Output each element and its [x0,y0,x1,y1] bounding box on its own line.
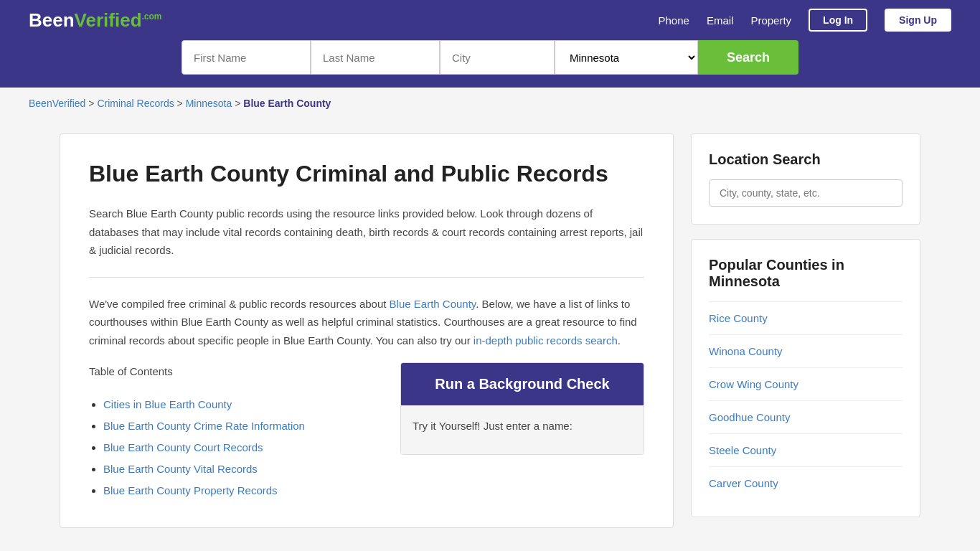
list-item: Blue Earth County Crime Rate Information [103,415,383,437]
breadcrumb-criminal[interactable]: Criminal Records [97,98,174,109]
toc-link-cities[interactable]: Cities in Blue Earth County [103,398,232,410]
popular-counties-card: Popular Counties in Minnesota Rice Count… [691,239,920,517]
county-link-carver[interactable]: Carver County [709,467,903,499]
breadcrumb-sep3: > [232,98,243,109]
location-search-input[interactable] [709,179,903,207]
list-item: Blue Earth County Vital Records [103,458,383,480]
signup-button[interactable]: Sign Up [885,9,951,32]
search-button[interactable]: Search [698,40,798,75]
toc-right: Run a Background Check Try it Yourself! … [400,362,644,455]
divider [89,277,644,278]
para2-end: . [618,334,621,347]
toc-list: Cities in Blue Earth County Blue Earth C… [89,394,383,501]
last-name-input[interactable] [311,40,440,75]
county-link-rice[interactable]: Rice County [709,302,903,335]
site-header: BeenVerified.com Phone Email Property Lo… [0,0,980,40]
page-title: Blue Earth County Criminal and Public Re… [89,160,644,187]
nav-phone[interactable]: Phone [659,14,689,27]
intro-paragraph: Search Blue Earth County public records … [89,204,644,260]
logo: BeenVerified.com [29,9,162,32]
breadcrumb-home[interactable]: BeenVerified [29,98,85,109]
bg-check-body: Try it Yourself! Just enter a name: [401,405,644,454]
bg-check-box: Run a Background Check Try it Yourself! … [400,362,644,455]
para2-start: We've compiled free criminal & public re… [89,298,390,310]
toc-link-crime[interactable]: Blue Earth County Crime Rate Information [103,420,305,432]
logo-been: Been [29,9,75,31]
breadcrumb-sep2: > [174,98,186,109]
list-item: Cities in Blue Earth County [103,394,383,415]
main-container: Blue Earth County Criminal and Public Re… [31,119,949,542]
county-link-crow-wing[interactable]: Crow Wing County [709,368,903,401]
nav-property[interactable]: Property [750,14,791,27]
in-depth-link[interactable]: in-depth public records search [473,334,618,347]
city-input[interactable] [440,40,555,75]
breadcrumb: BeenVerified > Criminal Records > Minnes… [0,88,980,119]
content-card: Blue Earth County Criminal and Public Re… [60,133,674,528]
county-link-winona[interactable]: Winona County [709,335,903,368]
sidebar: Location Search Popular Counties in Minn… [691,133,920,528]
header-nav: Phone Email Property Log In Sign Up [659,9,951,32]
body-paragraph: We've compiled free criminal & public re… [89,295,644,350]
state-select[interactable]: Minnesota [555,40,698,75]
location-search-card: Location Search [691,133,920,225]
bg-check-label: Try it Yourself! Just enter a name: [413,417,632,435]
county-link-goodhue[interactable]: Goodhue County [709,401,903,434]
bg-check-button[interactable]: Run a Background Check [401,363,644,405]
toc-left: Table of Contents Cities in Blue Earth C… [89,362,383,501]
logo-verified: Verified [75,9,142,31]
login-button[interactable]: Log In [809,9,867,32]
toc-link-property[interactable]: Blue Earth County Property Records [103,484,278,496]
blue-earth-link[interactable]: Blue Earth County [390,298,476,310]
toc-title: Table of Contents [89,362,383,381]
first-name-input[interactable] [182,40,311,75]
toc-section: Table of Contents Cities in Blue Earth C… [89,362,644,501]
breadcrumb-state[interactable]: Minnesota [186,98,232,109]
nav-email[interactable]: Email [707,14,734,27]
breadcrumb-current: Blue Earth County [243,98,331,109]
location-search-title: Location Search [709,151,903,168]
list-item: Blue Earth County Court Records [103,437,383,458]
toc-link-court[interactable]: Blue Earth County Court Records [103,441,263,453]
search-bar: Minnesota Search [0,40,980,88]
logo-com: .com [142,11,162,22]
breadcrumb-sep1: > [85,98,97,109]
toc-link-vital[interactable]: Blue Earth County Vital Records [103,463,258,475]
list-item: Blue Earth County Property Records [103,480,383,501]
county-link-steele[interactable]: Steele County [709,434,903,467]
popular-counties-title: Popular Counties in Minnesota [709,257,903,290]
